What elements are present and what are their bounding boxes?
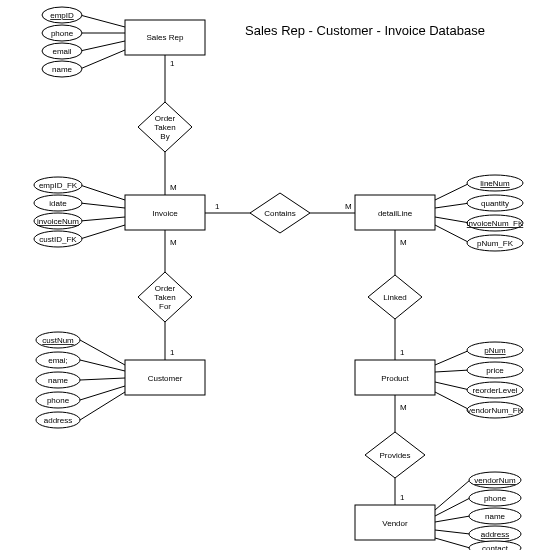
svg-line-20 [80, 217, 125, 221]
rel-linked: Linked [368, 275, 422, 319]
attr-dl-3: pNum_FK [477, 239, 514, 248]
attr-cust-2: name [48, 376, 69, 385]
entity-vendor-label: Vendor [382, 519, 408, 528]
attr-cust-1: emai; [48, 356, 68, 365]
svg-line-74 [435, 498, 470, 516]
er-diagram: Sales Rep - Customer - Invoice Database … [0, 0, 540, 550]
card-inv-otb: M [170, 183, 177, 192]
attr-group-vendor: vendorNum phone name address contact [435, 472, 521, 550]
attr-prod-1: price [486, 366, 504, 375]
svg-line-78 [435, 530, 470, 534]
svg-line-72 [435, 480, 470, 510]
attr-dl-2: invoiceNum_FK [467, 219, 524, 228]
card-sr-otb: 1 [170, 59, 175, 68]
entity-product-label: Product [381, 374, 409, 383]
entity-salesrep-label: Sales Rep [147, 33, 184, 42]
svg-line-33 [435, 217, 470, 223]
card-dl-contains: M [345, 202, 352, 211]
attr-group-product: pNum price reorderLevel vendorNum_FK [435, 342, 524, 418]
svg-line-18 [80, 203, 125, 208]
attr-salesrep-0: empID [50, 11, 74, 20]
entity-invoice: Invoice [125, 195, 205, 230]
svg-text:Provides: Provides [379, 451, 410, 460]
svg-line-29 [435, 183, 470, 200]
entity-customer: Customer [125, 360, 205, 395]
svg-line-1 [80, 15, 125, 27]
attr-invoice-3: custID_FK [39, 235, 77, 244]
svg-line-80 [435, 538, 470, 548]
svg-text:Taken: Taken [154, 293, 175, 302]
attr-vendor-1: phone [484, 494, 507, 503]
entity-salesrep: Sales Rep [125, 20, 205, 55]
svg-line-5 [80, 41, 125, 51]
attr-salesrep-3: name [52, 65, 73, 74]
rel-order-taken-by: Order Taken By [138, 102, 192, 152]
attr-vendor-3: address [481, 530, 509, 539]
card-cust-otf: 1 [170, 348, 175, 357]
attr-cust-0: custNum [42, 336, 74, 345]
svg-line-22 [80, 225, 125, 239]
svg-line-76 [435, 516, 470, 522]
attr-invoice-1: idate [49, 199, 67, 208]
entity-product: Product [355, 360, 435, 395]
svg-text:By: By [160, 132, 169, 141]
attr-group-invoice: empID_FK idate invoiceNum custID_FK [34, 177, 125, 247]
card-prod-provides: M [400, 403, 407, 412]
attr-prod-2: reorderLevel [473, 386, 518, 395]
diagram-title: Sales Rep - Customer - Invoice Database [245, 23, 485, 38]
attr-invoice-0: empID_FK [39, 181, 78, 190]
svg-line-65 [435, 392, 470, 410]
attr-prod-0: pNum [484, 346, 506, 355]
svg-text:For: For [159, 302, 171, 311]
rel-provides: Provides [365, 432, 425, 478]
attr-group-salesrep: empID phone email name [42, 7, 125, 77]
attr-invoice-2: invoiceNum [37, 217, 79, 226]
svg-line-50 [80, 386, 125, 400]
entity-invoice-label: Invoice [152, 209, 178, 218]
attr-salesrep-2: email [52, 47, 71, 56]
attr-vendor-0: vendorNum [474, 476, 516, 485]
svg-line-48 [80, 378, 125, 380]
svg-line-7 [80, 50, 125, 69]
attr-group-customer: custNum emai; name phone address [36, 332, 125, 428]
card-vendor-provides: 1 [400, 493, 405, 502]
attr-dl-1: quantity [481, 199, 509, 208]
svg-line-59 [435, 350, 470, 365]
entity-customer-label: Customer [148, 374, 183, 383]
entity-detailline: detailLine [355, 195, 435, 230]
svg-text:Order: Order [155, 114, 176, 123]
svg-line-16 [80, 185, 125, 200]
attr-group-detailline: lineNum quantity invoiceNum_FK pNum_FK [435, 175, 524, 251]
attr-salesrep-1: phone [51, 29, 74, 38]
attr-cust-3: phone [47, 396, 70, 405]
attr-vendor-4: contact [482, 544, 509, 550]
svg-line-35 [435, 225, 470, 243]
attr-cust-4: address [44, 416, 72, 425]
svg-text:Order: Order [155, 284, 176, 293]
card-inv-contains: 1 [215, 202, 220, 211]
attr-vendor-2: name [485, 512, 506, 521]
entity-vendor: Vendor [355, 505, 435, 540]
attr-prod-3: vendorNum_FK [467, 406, 524, 415]
card-prod-linked: 1 [400, 348, 405, 357]
rel-order-taken-for: Order Taken For [138, 272, 192, 322]
svg-text:Linked: Linked [383, 293, 407, 302]
svg-line-31 [435, 203, 470, 208]
card-inv-otf: M [170, 238, 177, 247]
svg-line-52 [80, 392, 125, 420]
svg-line-61 [435, 370, 470, 372]
svg-text:Contains: Contains [264, 209, 296, 218]
card-dl-linked: M [400, 238, 407, 247]
entity-detailline-label: detailLine [378, 209, 413, 218]
rel-contains: Contains [250, 193, 310, 233]
svg-line-63 [435, 382, 470, 390]
attr-dl-0: lineNum [480, 179, 510, 188]
svg-text:Taken: Taken [154, 123, 175, 132]
